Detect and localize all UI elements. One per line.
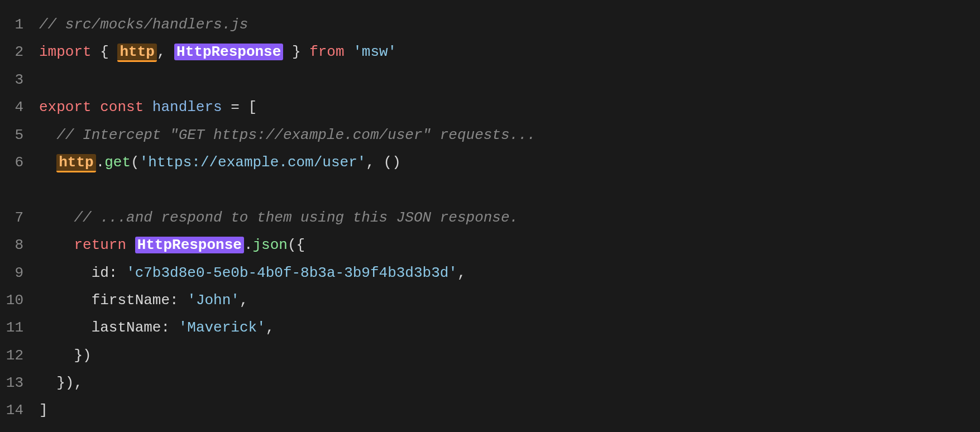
line-number: 1 (0, 11, 39, 39)
code-content: http.get('https://example.com/user', () (39, 149, 980, 204)
line-number: 10 (0, 287, 39, 314)
arrow-params: () (384, 154, 401, 171)
code-content: }) (39, 342, 980, 369)
code-content: // src/mocks/handlers.js (39, 11, 980, 39)
comma: , (74, 375, 83, 391)
dot: . (244, 237, 253, 253)
line-number: 5 (0, 122, 39, 149)
punct (240, 99, 248, 116)
comma: , (266, 319, 275, 336)
code-line: 4 export const handlers = [ (0, 94, 980, 121)
code-line: 5 // Intercept "GET https://example.com/… (0, 122, 980, 149)
code-line: 10 firstName: 'John', (0, 287, 980, 314)
punct (92, 99, 101, 116)
punct (117, 265, 126, 281)
punct (375, 154, 384, 171)
punct (170, 319, 179, 336)
punct (109, 44, 118, 60)
code-content: export const handlers = [ (39, 94, 980, 121)
property-lastname: lastName (92, 319, 161, 336)
keyword-const: const (100, 99, 144, 116)
punct (179, 292, 188, 309)
brace-open: { (297, 237, 305, 253)
punct (165, 44, 174, 60)
comma: , (240, 292, 248, 309)
method-json: json (253, 237, 288, 253)
method-get: get (104, 154, 131, 171)
property-firstname: firstName (92, 292, 170, 309)
line-number: 9 (0, 260, 39, 287)
string-firstname: 'John' (187, 292, 240, 309)
line-number: 3 (0, 66, 39, 94)
keyword-from: from (309, 44, 344, 60)
punct (144, 99, 152, 116)
line-number: 4 (0, 94, 39, 121)
code-line: 8 return HttpResponse.json({ (0, 232, 980, 259)
colon: : (161, 319, 170, 336)
line-number: 2 (0, 39, 39, 66)
string-id: 'c7b3d8e0-5e0b-4b0f-8b3a-3b9f4b3d3b3d' (126, 265, 457, 281)
punct (283, 44, 292, 60)
code-content: return HttpResponse.json({ (39, 232, 980, 259)
line-number: 6 (0, 149, 39, 176)
line-number: 7 (0, 204, 39, 232)
brace-close: } (292, 44, 301, 60)
identifier-httpresponse: HttpResponse (174, 44, 283, 60)
punct (126, 237, 135, 253)
string-msw: 'msw' (353, 44, 396, 60)
identifier-handlers: handlers (152, 99, 222, 116)
line-number: 12 (0, 342, 39, 369)
line-number: 13 (0, 369, 39, 397)
equals: = (231, 99, 240, 116)
code-line: 2 import { http, HttpResponse } from 'ms… (0, 39, 980, 66)
keyword-return: return (74, 237, 126, 253)
comma: , (366, 154, 375, 171)
code-line: 13 }), (0, 369, 980, 397)
code-content: }), (39, 369, 980, 397)
code-editor: 1 // src/mocks/handlers.js 2 import { ht… (0, 11, 980, 425)
brace-close: } (56, 375, 65, 391)
bracket-close: ] (39, 402, 48, 419)
colon: : (170, 292, 179, 309)
dot: . (96, 154, 105, 171)
punct (92, 44, 101, 60)
brace-open: { (100, 44, 109, 60)
comma: , (157, 44, 166, 60)
brace-close: } (74, 347, 83, 364)
keyword-export: export (39, 99, 92, 116)
comma: , (457, 265, 466, 281)
string-url: 'https://example.com/user' (140, 154, 366, 171)
code-content: // ...and respond to them using this JSO… (39, 204, 980, 232)
code-content: ] (39, 397, 980, 424)
code-content: // Intercept "GET https://example.com/us… (39, 122, 980, 149)
code-line: 6 http.get('https://example.com/user', (… (0, 149, 980, 204)
line-number: 8 (0, 232, 39, 259)
code-line: 14 ] (0, 397, 980, 424)
identifier-http: http (56, 154, 95, 172)
code-line: 1 // src/mocks/handlers.js (0, 11, 980, 39)
punct (345, 44, 353, 60)
code-line: 11 lastName: 'Maverick', (0, 314, 980, 342)
identifier-http: http (117, 44, 156, 62)
code-line: 9 id: 'c7b3d8e0-5e0b-4b0f-8b3a-3b9f4b3d3… (0, 260, 980, 287)
bracket-open: [ (248, 99, 257, 116)
paren-open: ( (288, 237, 297, 253)
comment: // ...and respond to them using this JSO… (74, 209, 518, 226)
keyword-import: import (39, 44, 92, 60)
punct (401, 154, 410, 171)
code-line: 12 }) (0, 342, 980, 369)
code-content: lastName: 'Maverick', (39, 314, 980, 342)
comment: // src/mocks/handlers.js (39, 16, 248, 33)
colon: : (109, 265, 118, 281)
code-line: 3 (0, 66, 980, 94)
code-content: firstName: 'John', (39, 287, 980, 314)
string-lastname: 'Maverick' (179, 319, 266, 336)
punct (301, 44, 310, 60)
punct (222, 99, 231, 116)
comment: // Intercept "GET https://example.com/us… (56, 127, 536, 143)
paren-open: ( (131, 154, 140, 171)
property-id: id (92, 265, 109, 281)
identifier-httpresponse: HttpResponse (135, 237, 244, 253)
code-line: 7 // ...and respond to them using this J… (0, 204, 980, 232)
code-content: id: 'c7b3d8e0-5e0b-4b0f-8b3a-3b9f4b3d3b3… (39, 260, 980, 287)
